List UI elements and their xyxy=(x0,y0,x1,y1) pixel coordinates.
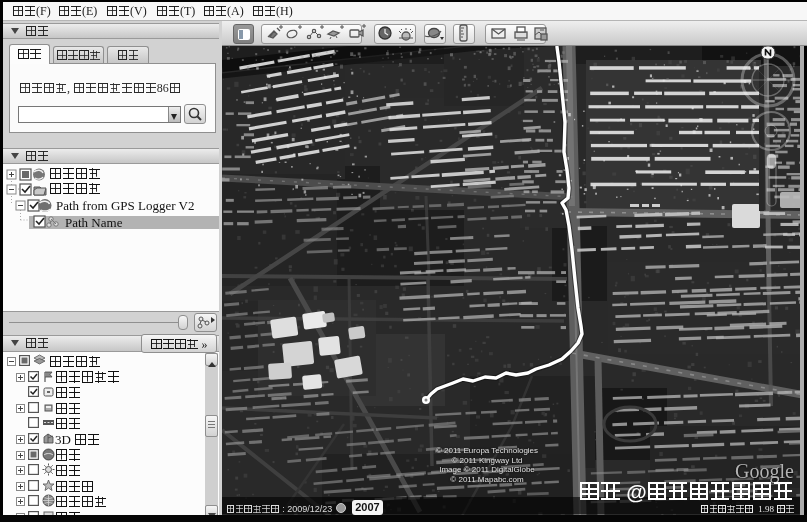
svg-text:Path from GPS Logger V2: Path from GPS Logger V2 xyxy=(56,198,194,213)
svg-text:Path Name: Path Name xyxy=(65,215,123,230)
